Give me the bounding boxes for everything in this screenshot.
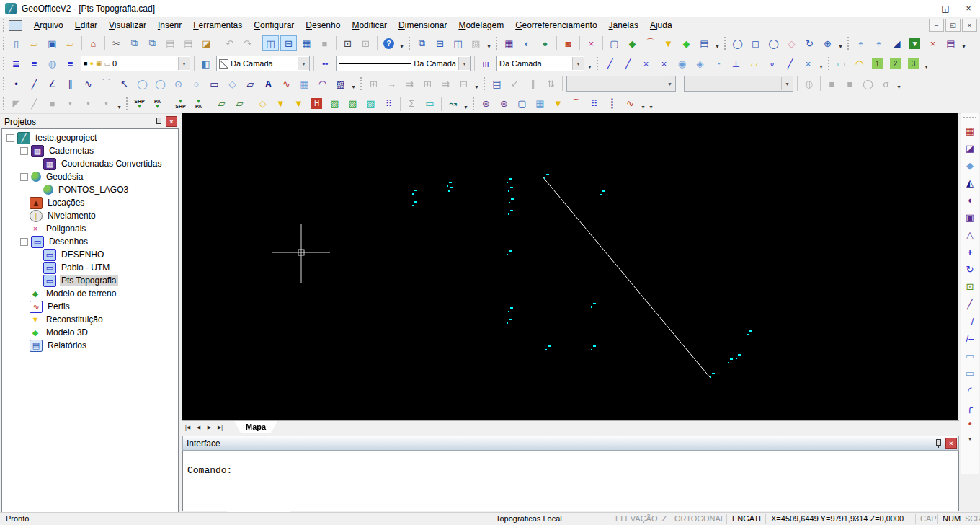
toolbar-grip[interactable] <box>360 76 362 91</box>
linetype-tool-icon[interactable]: ╍ <box>317 56 334 71</box>
draw-line-icon[interactable]: ╱ <box>26 76 43 92</box>
help-dropdown[interactable]: ▾ <box>398 35 406 51</box>
reports-icon[interactable]: ▤ <box>696 35 713 51</box>
tree-item-geode-sia[interactable]: -Geodésia <box>2 170 178 183</box>
tree-item-pts-topografia[interactable]: ▭Pts Topografia <box>2 274 178 287</box>
home-icon[interactable]: ⌂ <box>85 35 102 51</box>
cascade-windows-icon[interactable]: ⧉ <box>414 35 430 51</box>
copy-icon[interactable]: ⧉ <box>126 35 143 51</box>
tree-expander[interactable]: - <box>20 147 28 155</box>
toolbar-grip[interactable] <box>472 97 475 111</box>
combo-dropdown-arrow[interactable]: ▾ <box>781 77 793 90</box>
menu-dimensionar[interactable]: Dimensionar <box>393 19 453 32</box>
dtm-boundary[interactable]: ▼ <box>906 35 923 51</box>
menu-editar[interactable]: Editar <box>69 19 103 32</box>
filter-edit-icon[interactable]: ▼ <box>290 96 307 112</box>
extend-icon[interactable]: /– <box>962 330 979 346</box>
toolbar-grip[interactable] <box>495 36 498 50</box>
save-file-icon[interactable]: ▣ <box>44 35 61 51</box>
tree-item-teste-geoproject[interactable]: -╱teste.geoproject <box>2 131 178 144</box>
draw-dropdown[interactable]: ▾ <box>349 76 357 92</box>
color-combo[interactable]: Da Camada▾ <box>216 56 310 71</box>
label-tag-icon[interactable]: ◇ <box>254 96 271 112</box>
draw-rectangle-icon[interactable]: ▭ <box>206 76 223 92</box>
tree-item-reconstituic-a-o[interactable]: ▼Reconstituição <box>2 313 178 326</box>
image-insert-icon[interactable]: ▦ <box>532 96 548 112</box>
draw-arc-icon[interactable]: ⌒ <box>98 76 115 92</box>
snap-intersection-icon[interactable]: × <box>638 56 654 71</box>
mirror-icon[interactable]: ◭ <box>962 175 979 190</box>
lineweight-combo[interactable]: Da Camada▾ <box>496 56 584 71</box>
groups-combo[interactable]: ▾ <box>684 76 793 92</box>
globe-meridian-icon[interactable]: ◐ <box>519 35 535 51</box>
tree-item-poligonais[interactable]: ×Poligonais <box>2 222 178 235</box>
draw-ellipse-icon[interactable]: ○ <box>188 76 205 92</box>
draw-circle-radius-icon[interactable]: ⊙ <box>170 76 187 92</box>
split-horizontal-icon[interactable]: ⊟ <box>280 35 297 51</box>
stretch-icon[interactable]: ╱ <box>962 296 979 312</box>
copy-object-icon[interactable]: ◆ <box>962 157 979 173</box>
viewport-config-icon[interactable]: ▢ <box>514 96 530 112</box>
zoom-icon[interactable]: ◯ <box>729 35 746 51</box>
map-canvas[interactable] <box>182 113 958 420</box>
mdi-close-button[interactable]: × <box>962 19 977 32</box>
layer-states-icon[interactable]: ≡ <box>26 56 43 71</box>
interface-close-button[interactable]: × <box>945 438 957 449</box>
explode-icon[interactable]: * <box>962 417 979 433</box>
hatch-teal-icon[interactable]: ▨ <box>362 96 379 112</box>
open-project-add-icon[interactable]: ▱ <box>62 35 79 51</box>
export-shp[interactable]: SHP▼ <box>131 96 148 112</box>
linetype-combo[interactable]: Da Camada▾ <box>336 56 471 71</box>
menu-desenho[interactable]: Desenho <box>300 19 346 32</box>
combo-dropdown-arrow[interactable]: ▾ <box>572 57 584 70</box>
filter-add-icon[interactable]: ▼ <box>272 96 289 112</box>
insert-hatch-icon[interactable]: ▨ <box>332 76 349 92</box>
document-icon[interactable] <box>9 20 22 31</box>
menubar-grip[interactable] <box>2 18 5 32</box>
command-area[interactable]: Comando: <box>182 451 959 511</box>
menu-janelas[interactable]: Janelas <box>603 19 644 32</box>
toolbar-grip[interactable] <box>2 97 5 111</box>
menu-configurar[interactable]: Configurar <box>248 19 300 32</box>
projects-close-button[interactable]: × <box>166 116 177 127</box>
color-fill-icon[interactable]: ◧ <box>197 56 214 71</box>
draw-polygon-icon[interactable]: ◇ <box>224 76 241 92</box>
globe-geodesy-icon[interactable]: ● <box>537 35 553 51</box>
tree-item-locac-o-es[interactable]: ▲Locações <box>2 196 178 209</box>
rotate-icon[interactable]: ↻ <box>962 261 979 277</box>
offset-curve-icon[interactable]: ◖ <box>962 192 979 208</box>
block-dropdown[interactable]: ▾ <box>473 76 481 92</box>
points-dropdown[interactable]: ▾ <box>895 76 903 92</box>
map-tab-last-button[interactable]: ▶| <box>215 423 226 433</box>
views-dropdown[interactable]: ▾ <box>713 35 721 51</box>
point-grid-icon[interactable]: ⠿ <box>380 96 397 112</box>
tree-item-modelo-3d[interactable]: ◆Modelo 3D <box>2 326 178 339</box>
wheel-config-1-icon[interactable]: ⊛ <box>478 96 494 112</box>
pick-dropdown[interactable]: ▾ <box>115 96 123 112</box>
copy-special-icon[interactable]: ⧉ <box>144 35 161 51</box>
scale-icon[interactable]: ⊡ <box>962 278 979 294</box>
tile-vertical-icon[interactable]: ◫ <box>450 35 466 51</box>
tree-item-modelo-de-terreno[interactable]: ◆Modelo de terreno <box>2 287 178 300</box>
map-tab-first-button[interactable]: |◀ <box>182 423 193 433</box>
insert-dome-icon[interactable]: ◠ <box>314 76 331 92</box>
reconstitution-icon[interactable]: ▼ <box>660 35 677 51</box>
toolbar-grip[interactable] <box>827 56 830 71</box>
combo-dropdown-arrow[interactable]: ▾ <box>664 77 675 90</box>
status-snap-toggle[interactable]: ENGATE <box>732 514 764 523</box>
dtm-add-points-icon[interactable]: ◓ <box>870 35 887 51</box>
layer-manager-icon[interactable]: ≣ <box>8 56 24 71</box>
offset-icon[interactable]: ▣ <box>962 209 979 225</box>
draw-polyline-icon[interactable]: ∠ <box>44 76 61 92</box>
hatch-half-icon[interactable]: ▱ <box>231 96 248 112</box>
tree-expander[interactable]: - <box>6 134 14 142</box>
close-button[interactable]: × <box>957 0 980 17</box>
terrain-model-icon[interactable]: ◆ <box>624 35 641 51</box>
break-at-point-icon[interactable]: ▭ <box>962 348 979 363</box>
zoom-scale-icon[interactable]: ◯ <box>765 35 782 51</box>
tree-expander[interactable]: - <box>20 173 28 181</box>
config-dropdown-2[interactable]: ▾ <box>647 96 655 112</box>
lineweight-tool-icon[interactable]: ||| <box>478 56 494 71</box>
zoom-extents-icon[interactable]: ⊕ <box>819 35 836 51</box>
snap-dropdown[interactable]: ▾ <box>817 56 825 71</box>
